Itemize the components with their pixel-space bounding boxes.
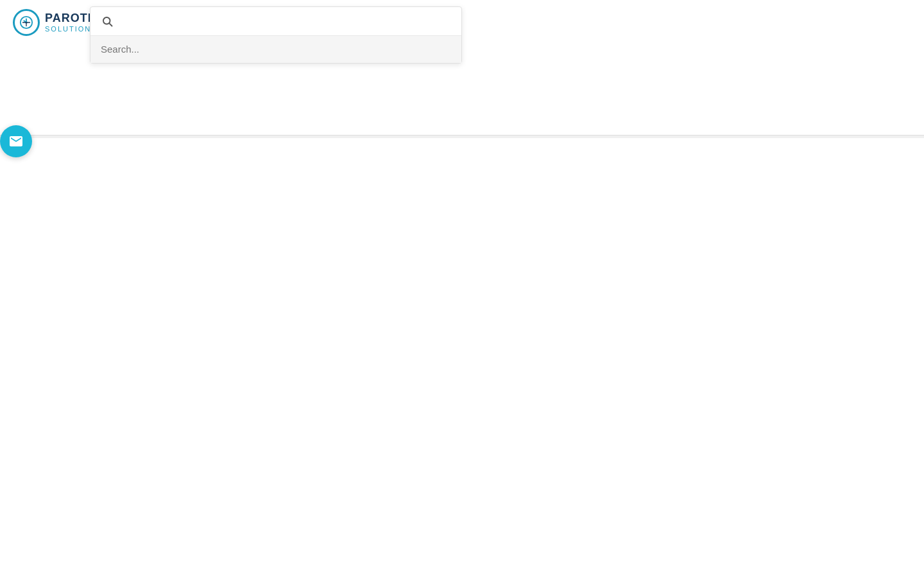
- search-input-body: [90, 36, 461, 63]
- search-dropdown: [90, 6, 462, 64]
- header: PAROTEC SOLUTIONS: [0, 0, 924, 45]
- search-dropdown-header: [90, 7, 461, 36]
- svg-line-8: [109, 23, 112, 26]
- main-content: [0, 138, 924, 578]
- logo-icon: [13, 9, 40, 36]
- search-input[interactable]: [101, 44, 451, 55]
- floating-email-button[interactable]: [0, 125, 32, 157]
- email-icon: [8, 134, 24, 149]
- search-icon: [98, 12, 116, 30]
